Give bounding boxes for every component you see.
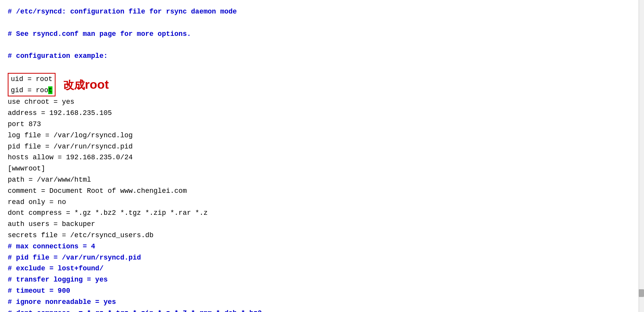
- line-3: # See rsyncd.conf man page for more opti…: [8, 29, 636, 40]
- line-10: port 873: [8, 119, 636, 130]
- line-16: comment = Document Root of www.chenglei.…: [8, 186, 636, 197]
- line-15: path = /var/www/html: [8, 174, 636, 186]
- line-1: # /etc/rsyncd: configuration file for rs…: [8, 6, 636, 17]
- line-17: read only = no: [8, 197, 636, 208]
- annotation-label: 改成root: [63, 75, 109, 94]
- uid-line: uid = root: [11, 74, 52, 85]
- line-2: [8, 17, 636, 29]
- line-5: # configuration example:: [8, 51, 636, 62]
- gid-line: gid = root: [11, 85, 52, 96]
- annotation-root-text: root: [85, 78, 109, 91]
- line-24: # transfer logging = yes: [8, 274, 636, 285]
- line-27: # dont compress = *.gz *.tgz *.zip *.z *…: [8, 308, 636, 312]
- line-26: # ignore nonreadable = yes: [8, 297, 636, 308]
- line-14: [wwwroot]: [8, 163, 636, 174]
- line-22: # pid file = /var/run/rsyncd.pid: [8, 252, 636, 263]
- uid-gid-section: uid = root gid = root 改成root: [8, 73, 636, 97]
- line-9: address = 192.168.235.105: [8, 108, 636, 119]
- line-18: dont compress = *.gz *.bz2 *.tgz *.zip *…: [8, 207, 636, 219]
- editor-container: # /etc/rsyncd: configuration file for rs…: [0, 0, 644, 312]
- line-6: [8, 62, 636, 73]
- gid-prefix: gid = roo: [11, 86, 48, 94]
- scrollbar-thumb[interactable]: [639, 289, 644, 297]
- line-23: # exclude = lost+found/: [8, 263, 636, 274]
- line-25: # timeout = 900: [8, 285, 636, 297]
- scrollbar-vertical[interactable]: [639, 0, 644, 312]
- gid-highlight-char: t: [48, 86, 52, 94]
- line-20: secrets file = /etc/rsyncd_users.db: [8, 230, 636, 241]
- line-12: pid file = /var/run/rsyncd.pid: [8, 141, 636, 152]
- line-4: [8, 39, 636, 51]
- line-13: hosts allow = 192.168.235.0/24: [8, 152, 636, 163]
- line-19: auth users = backuper: [8, 219, 636, 230]
- uid-gid-box: uid = root gid = root: [8, 73, 56, 97]
- line-8: use chroot = yes: [8, 96, 636, 108]
- line-11: log file = /var/log/rsyncd.log: [8, 130, 636, 141]
- line-21: # max connections = 4: [8, 241, 636, 252]
